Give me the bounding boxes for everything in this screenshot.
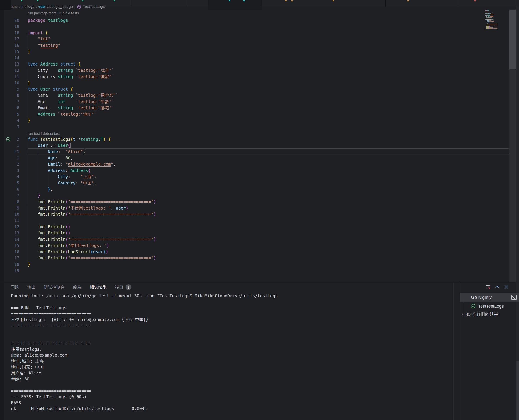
line-number: 2 [0, 161, 19, 167]
code-line[interactable]: 13 fmt.Println() [0, 230, 519, 236]
code-line[interactable]: 9type User struct { [0, 86, 519, 92]
breadcrumb-item-symbol[interactable]: TestTestLogs [83, 5, 105, 9]
breadcrumb-item-utils[interactable]: utils [11, 5, 17, 9]
code-line[interactable]: 20package testlogs [0, 17, 519, 23]
code-line[interactable]: 16 "testing" [0, 42, 519, 48]
code-editor[interactable]: run package tests | run file tests 20pac… [0, 10, 519, 282]
output-line: PASS [11, 400, 449, 406]
code-line[interactable]: 14 [0, 55, 519, 61]
code-line[interactable]: 4} [0, 117, 519, 123]
code-line[interactable]: 19 [0, 267, 519, 274]
code-line[interactable]: 3 Address: Address{ [0, 167, 519, 173]
minimap[interactable] [485, 10, 499, 32]
code-text: Address `testlog:"地址"` [28, 111, 97, 117]
code-line[interactable]: 7 Age int `testlog:"年龄"` [0, 98, 519, 105]
panel-tab-调试控制台[interactable]: 调试控制台 [44, 282, 65, 292]
line-number: 10 [0, 80, 19, 86]
older-results-row[interactable]: › 43 个较旧的结果 [462, 310, 519, 318]
editor-scrollbar-mark [509, 69, 516, 69]
panel-tab-终端[interactable]: 终端 [73, 282, 82, 292]
code-line[interactable]: 2 Email: "alice@example.com", [0, 161, 519, 167]
code-line[interactable]: 6 }, [0, 186, 519, 192]
code-line[interactable]: 18import ( [0, 30, 519, 36]
test-output-log[interactable]: Running tool: /usr/local/go/bin/go test … [11, 293, 449, 412]
test-result-item[interactable]: TestTestLogs [460, 302, 519, 310]
line-number: 7 [0, 98, 19, 105]
code-line[interactable]: 10} [0, 80, 519, 86]
test-profile-row[interactable]: Go Nightly [460, 293, 519, 302]
code-text: func TestTestLogs(t *testing.T) { [28, 136, 111, 142]
code-line[interactable]: 14 fmt.Println("========================… [0, 236, 519, 242]
clear-output-icon[interactable] [485, 284, 491, 290]
go-file-icon: GO [38, 5, 45, 9]
code-line[interactable]: 11 Country string `testlog:"国家"` [0, 74, 519, 80]
code-line[interactable]: 6 Email string `testlog:"邮箱"` [0, 105, 519, 111]
code-text: fmt.Println("===========================… [28, 211, 156, 217]
active-tab-remnant[interactable] [208, 0, 262, 10]
terminal-icon[interactable] [511, 294, 517, 301]
line-number: 5 [0, 111, 19, 117]
output-line: ================================ [11, 322, 449, 329]
line-number: 16 [0, 42, 19, 48]
codelens-row[interactable]: run test | debug test [0, 130, 519, 136]
code-text: "testing" [28, 42, 60, 48]
output-line: Running tool: /usr/local/go/bin/go test … [11, 293, 449, 299]
code-line[interactable]: 3 [0, 124, 519, 130]
code-line[interactable]: 5 Country: "中国", [0, 180, 519, 186]
collapse-panel-icon[interactable] [494, 284, 500, 290]
code-line[interactable]: 7 } [0, 192, 519, 199]
text-cursor [86, 149, 86, 154]
code-line[interactable]: 1 user := User{ [0, 142, 519, 149]
code-line[interactable]: 17 "fmt" [0, 36, 519, 42]
code-line[interactable]: 13type Address struct { [0, 61, 519, 67]
breadcrumb-item-file[interactable]: testlogs_test.go [47, 5, 73, 9]
panel-tab-测试结果[interactable]: 测试结果 [90, 282, 107, 292]
code-line[interactable]: 11 [0, 217, 519, 223]
code-text: type User struct { [28, 86, 73, 92]
panel-tab-问题[interactable]: 问题 [11, 282, 19, 292]
line-number: 18 [0, 261, 19, 267]
vscode-window: utils › testlogs › GO testlogs_test.go ›… [0, 0, 519, 420]
code-line[interactable]: 15 fmt.Println("使用testlogs: ") [0, 242, 519, 248]
line-number: 3 [0, 167, 19, 173]
output-line: ================================ [11, 311, 449, 317]
code-text: fmt.Println("不使用testlogs: ", user) [28, 205, 128, 211]
code-line[interactable]: 1 Age: 30, [0, 155, 519, 161]
code-line[interactable]: 15) [0, 48, 519, 54]
line-number: 4 [0, 117, 19, 123]
code-line[interactable]: 21 Name: "Alice", [0, 149, 519, 155]
code-line[interactable]: 8 Name string `testlog:"用户名"` [0, 92, 519, 98]
code-text: City: "上海", [28, 173, 97, 180]
line-number: 15 [0, 242, 19, 248]
code-line[interactable]: 8 fmt.Println("=========================… [0, 199, 519, 205]
code-line[interactable]: 19 [0, 23, 519, 30]
right-panel-scrollbar[interactable] [516, 361, 519, 420]
code-line[interactable]: 17 fmt.Println("========================… [0, 255, 519, 261]
code-line[interactable]: 4 City: "上海", [0, 173, 519, 180]
close-panel-icon[interactable] [504, 284, 509, 290]
code-line[interactable]: 9 fmt.Println("不使用testlogs: ", user) [0, 205, 519, 211]
output-line: ok MikuMikuCloudDrive/utils/testlogs 0.0… [11, 406, 449, 412]
code-line[interactable]: 12 fmt.Println() [0, 224, 519, 230]
code-line[interactable]: 12 City string `testlog:"城市"` [0, 67, 519, 74]
codelens-run-test[interactable]: run test | debug test [28, 130, 60, 136]
code-line[interactable]: 5 Address `testlog:"地址"` [0, 111, 519, 117]
codelens-package-tests[interactable]: run package tests | run file tests [28, 11, 79, 15]
code-text: package testlogs [28, 17, 68, 23]
code-text: type Address struct { [28, 61, 81, 67]
breadcrumb-item-testlogs[interactable]: testlogs [21, 5, 34, 9]
line-number: 11 [0, 74, 19, 80]
panel-tab-输出[interactable]: 输出 [27, 282, 36, 292]
code-line[interactable]: 2func TestTestLogs(t *testing.T) { [0, 136, 519, 142]
code-text: Country: "中国", [28, 180, 97, 186]
code-line[interactable]: 10 fmt.Println("========================… [0, 211, 519, 217]
editor-scrollbar-thumb[interactable] [509, 10, 516, 69]
code-text: Age int `testlog:"年龄"` [28, 98, 114, 105]
code-line[interactable]: 16 fmt.Println(LogStruct(user)) [0, 249, 519, 255]
code-text: fmt.Println() [28, 224, 71, 230]
code-text: } [28, 261, 30, 267]
panel-tab-端口[interactable]: 端口1 [115, 282, 131, 292]
code-line[interactable]: 18} [0, 261, 519, 267]
output-line: 邮箱: alice@example.com [11, 352, 449, 358]
code-text: Email: "alice@example.com", [28, 161, 116, 167]
